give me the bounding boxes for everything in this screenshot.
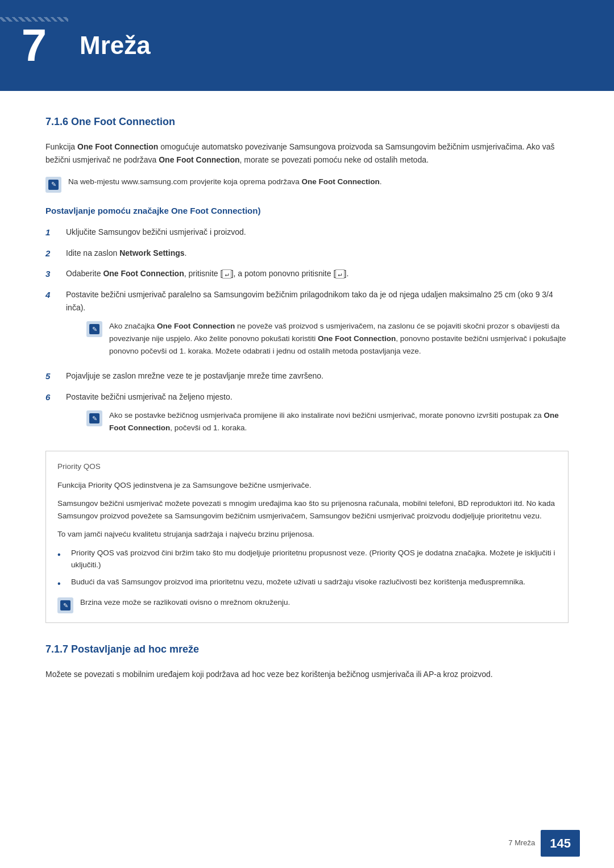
note-icon-inner-1 — [48, 180, 59, 190]
note-box-1: Na web-mjestu www.samsung.com provjerite… — [45, 176, 569, 193]
page-container: 7 Mreža 7.1.6 One Foot Connection Funkci… — [0, 0, 614, 868]
priority-qos-p3: To vam jamči najveću kvalitetu strujanja… — [57, 528, 557, 541]
step-3: 3 Odaberite One Foot Connection, pritisn… — [45, 267, 569, 281]
footer-page-number: 145 — [541, 830, 580, 857]
steps-list: 1 Uključite Samsungov bežični usmjerivač… — [45, 226, 569, 439]
note-icon-step4 — [86, 321, 102, 337]
step-5: 5 Pojavljuje se zaslon mrežne veze te je… — [45, 369, 569, 384]
section-716-heading: 7.1.6 One Foot Connection — [45, 114, 569, 130]
note-text-1: Na web-mjestu www.samsung.com provjerite… — [68, 176, 381, 188]
priority-qos-note-box: Brzina veze može se razlikovati ovisno o… — [57, 596, 557, 613]
chapter-title: Mreža — [80, 26, 151, 65]
bullet-item-2: • Budući da vaš Samsungov proizvod ima p… — [57, 576, 557, 591]
section-717-intro: Možete se povezati s mobilnim uređajem k… — [45, 668, 569, 681]
priority-qos-bullets: • Priority QOS vaš proizvod čini bržim t… — [57, 547, 557, 591]
chapter-number: 7 — [0, 17, 68, 74]
section-716-intro: Funkcija One Foot Connection omogućuje a… — [45, 140, 569, 167]
bullet-item-1: • Priority QOS vaš proizvod čini bržim t… — [57, 547, 557, 571]
note-text-step4: Ako značajka One Foot Connection ne pove… — [109, 320, 569, 357]
note-icon-inner-priority — [60, 600, 70, 610]
priority-qos-box: Priority QOS Funkcija Priority QOS jedin… — [45, 451, 569, 623]
step-6-note: Ako se postavke bežičnog usmjerivača pro… — [86, 409, 569, 434]
priority-qos-p2: Samsungov bežični usmjerivač možete pove… — [57, 497, 557, 523]
sub-section-heading-716: Postavljanje pomoću značajke One Foot Co… — [45, 204, 569, 218]
bullet-dot-1: • — [57, 547, 65, 562]
note-text-step6: Ako se postavke bežičnog usmjerivača pro… — [109, 409, 569, 434]
note-icon-step6 — [86, 410, 102, 426]
step-1: 1 Uključite Samsungov bežični usmjerivač… — [45, 226, 569, 240]
step-4: 4 Postavite bežični usmjerivač paralelno… — [45, 288, 569, 363]
footer: 7 Mreža 145 — [508, 830, 580, 857]
priority-qos-title: Priority QOS — [57, 460, 557, 473]
step-2: 2 Idite na zaslon Network Settings. — [45, 247, 569, 261]
bullet-dot-2: • — [57, 576, 65, 591]
priority-qos-p1: Funkcija Priority QOS jedinstvena je za … — [57, 479, 557, 492]
note-icon-inner-step6 — [89, 413, 99, 423]
content-area: 7.1.6 One Foot Connection Funkcija One F… — [0, 114, 614, 724]
note-icon-inner-step4 — [89, 324, 99, 334]
chapter-header: 7 Mreža — [0, 0, 614, 91]
priority-qos-note-text: Brzina veze može se razlikovati ovisno o… — [80, 596, 290, 609]
footer-text: 7 Mreža — [508, 837, 535, 849]
step-4-note: Ako značajka One Foot Connection ne pove… — [86, 320, 569, 357]
note-icon-priority — [57, 597, 73, 613]
note-icon-1 — [45, 177, 61, 193]
step-6: 6 Postavite bežični usmjerivač na željen… — [45, 391, 569, 439]
section-717-heading: 7.1.7 Postavljanje ad hoc mreže — [45, 641, 569, 658]
